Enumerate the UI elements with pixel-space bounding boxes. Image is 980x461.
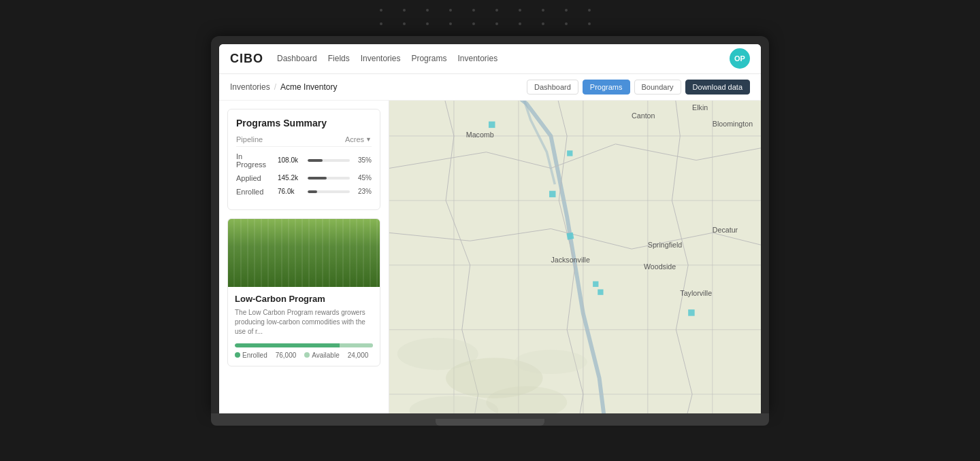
applied-row: Applied 145.2k 45% — [236, 174, 372, 182]
breadcrumb-parent[interactable]: Inventories — [230, 81, 270, 93]
enrolled-progress-fill — [235, 343, 340, 347]
svg-text:Jacksonville: Jacksonville — [551, 256, 590, 264]
program-image — [228, 219, 380, 287]
programs-summary-card: Programs Summary Pipeline Acres ▼ In Pro… — [227, 109, 380, 210]
enrolled-fill — [308, 190, 317, 193]
program-progress: Enrolled 76,000 Available — [235, 343, 373, 359]
applied-fill — [308, 177, 327, 180]
enrolled-bar — [308, 190, 350, 193]
app-nav: CIBO Dashboard Fields Inventories Progra… — [219, 44, 761, 74]
program-legend: Enrolled 76,000 Available — [235, 352, 373, 359]
enrolled-row: Enrolled 76.0k 23% — [236, 188, 372, 196]
available-legend: Available — [304, 352, 339, 359]
applied-label: Applied — [236, 174, 274, 182]
available-dot — [304, 352, 310, 358]
svg-text:Canton: Canton — [632, 111, 655, 119]
svg-text:Bloomington: Bloomington — [713, 119, 753, 127]
svg-text:Elkin: Elkin — [692, 103, 708, 111]
acres-label: Acres ▼ — [345, 135, 372, 143]
svg-rect-21 — [598, 289, 603, 294]
app-logo: CIBO — [230, 52, 263, 66]
program-card-body: Low-Carbon Program The Low Carbon Progra… — [228, 287, 380, 366]
program-description: The Low Carbon Program rewards growers p… — [235, 308, 373, 337]
in-progress-pct: 35% — [354, 156, 372, 164]
app-body: Programs Summary Pipeline Acres ▼ In Pro… — [219, 101, 761, 413]
available-legend-value: 24,000 — [348, 352, 369, 359]
laptop-screen: CIBO Dashboard Fields Inventories Progra… — [219, 44, 761, 413]
nav-items: Dashboard Fields Inventories Programs In… — [277, 52, 730, 65]
in-progress-value: 108.0k — [278, 156, 304, 164]
nav-item-inventories2[interactable]: Inventories — [457, 52, 497, 65]
breadcrumb-current: Acme Inventory — [280, 82, 337, 92]
program-progress-bar — [235, 343, 373, 347]
svg-text:Macomb: Macomb — [466, 131, 494, 139]
in-progress-row: In Progress 108.0k 35% — [236, 152, 372, 169]
svg-rect-20 — [593, 281, 598, 286]
nav-item-fields[interactable]: Fields — [328, 52, 350, 65]
program-card[interactable]: Low-Carbon Program The Low Carbon Progra… — [227, 218, 380, 366]
nav-item-dashboard[interactable]: Dashboard — [277, 52, 317, 65]
svg-rect-22 — [688, 309, 694, 315]
user-avatar[interactable]: OP — [730, 48, 750, 69]
programs-button[interactable]: Programs — [583, 80, 630, 95]
dashboard-button[interactable]: Dashboard — [527, 80, 578, 95]
svg-rect-17 — [567, 150, 572, 156]
applied-value: 145.2k — [278, 174, 304, 182]
svg-text:Decatur: Decatur — [713, 226, 738, 234]
available-legend-label: Available — [312, 352, 339, 359]
pipeline-label: Pipeline — [236, 135, 263, 143]
left-panel: Programs Summary Pipeline Acres ▼ In Pro… — [219, 101, 389, 413]
laptop-bezel: CIBO Dashboard Fields Inventories Progra… — [211, 36, 769, 413]
enrolled-legend-label: Enrolled — [242, 352, 267, 359]
program-title: Low-Carbon Program — [235, 294, 373, 304]
enrolled-dot — [235, 352, 240, 358]
svg-point-14 — [514, 349, 587, 374]
enrolled-value: 76.0k — [278, 188, 304, 195]
breadcrumb-right: Dashboard Programs Boundary Download dat… — [527, 80, 750, 95]
svg-text:Woodside: Woodside — [644, 262, 676, 270]
available-progress-fill — [340, 343, 373, 347]
map-svg: Canton Elkin Bloomington Macomb Jacksonv… — [389, 101, 761, 413]
enrolled-legend: Enrolled — [235, 352, 267, 359]
enrolled-pct: 23% — [354, 188, 372, 195]
in-progress-label: In Progress — [236, 152, 274, 169]
svg-rect-18 — [549, 190, 555, 197]
enrolled-legend-value: 76,000 — [276, 352, 297, 359]
download-data-button[interactable]: Download data — [685, 80, 750, 95]
applied-pct: 45% — [354, 174, 372, 182]
nav-item-programs[interactable]: Programs — [411, 52, 446, 65]
nav-item-inventories[interactable]: Inventories — [361, 52, 401, 65]
svg-text:Springfield: Springfield — [648, 240, 682, 248]
svg-rect-19 — [566, 232, 574, 239]
breadcrumb-left: Inventories / Acme Inventory — [230, 81, 337, 93]
map-panel[interactable]: Canton Elkin Bloomington Macomb Jacksonv… — [389, 101, 761, 413]
programs-summary-title: Programs Summary — [236, 118, 372, 129]
breadcrumb-separator: / — [274, 82, 276, 92]
laptop-base — [211, 413, 769, 426]
svg-text:Taylorville: Taylorville — [680, 288, 712, 296]
enrolled-label: Enrolled — [236, 188, 274, 196]
ps-header-row: Pipeline Acres ▼ — [236, 135, 372, 147]
dot-pattern — [380, 0, 600, 25]
breadcrumb-bar: Inventories / Acme Inventory Dashboard P… — [219, 74, 761, 101]
in-progress-bar — [308, 159, 350, 162]
in-progress-fill — [308, 159, 323, 162]
svg-rect-16 — [489, 121, 495, 127]
applied-bar — [308, 177, 350, 180]
boundary-button[interactable]: Boundary — [634, 80, 681, 95]
